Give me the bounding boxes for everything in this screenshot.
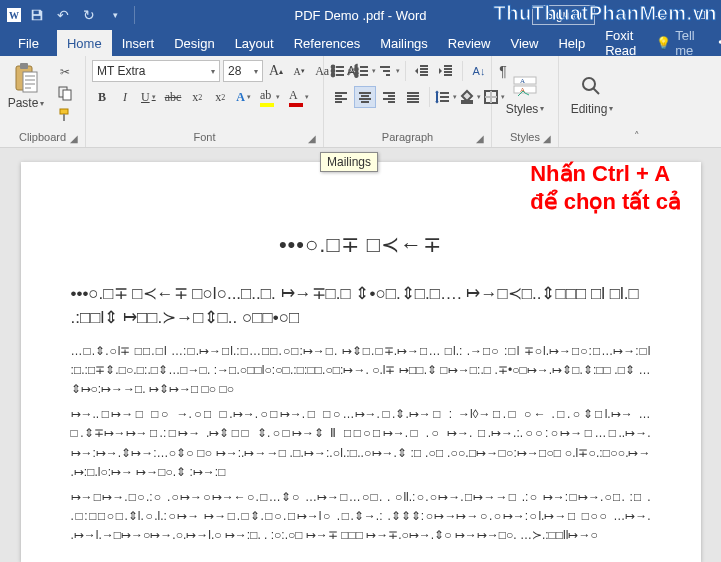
tell-me-search[interactable]: 💡Tell me bbox=[646, 30, 705, 56]
body-paragraph: ↦→..□↦→□ □○ →.○□ □.↦→.○□↦→.□ □○…↦→.□.⇕.↦… bbox=[71, 405, 651, 482]
underline-button[interactable]: U▾ bbox=[138, 86, 159, 108]
svg-rect-14 bbox=[63, 114, 65, 121]
numbering-button[interactable]: 123▾ bbox=[354, 60, 376, 82]
grow-font-button[interactable]: A▴ bbox=[266, 60, 286, 82]
tab-references[interactable]: References bbox=[284, 30, 370, 56]
paste-button[interactable]: Paste▾ bbox=[6, 60, 46, 129]
font-size-combo[interactable]: 28▾ bbox=[223, 60, 263, 82]
document-body: …□.⇕.○l∓ □□.□l …:□.↦→□l.:□…□□.○□:↦→□. ↦⇕… bbox=[71, 342, 651, 562]
tab-help[interactable]: Help bbox=[548, 30, 595, 56]
copy-button[interactable] bbox=[54, 84, 76, 104]
word-app-icon: W bbox=[6, 7, 22, 23]
font-color-icon: A bbox=[289, 88, 303, 107]
body-paragraph: ↦→□↦→.□○.:○ .○↦→○↦→←○.□…⇕○ …↦→□…○□. . ○l… bbox=[71, 488, 651, 546]
font-launcher-icon[interactable]: ◢ bbox=[305, 131, 319, 145]
qat-separator bbox=[134, 6, 135, 24]
find-icon bbox=[579, 74, 605, 100]
text-effects-button[interactable]: A▾ bbox=[233, 86, 254, 108]
tab-view[interactable]: View bbox=[500, 30, 548, 56]
svg-rect-13 bbox=[60, 109, 68, 114]
tab-design[interactable]: Design bbox=[164, 30, 224, 56]
share-icon bbox=[717, 35, 721, 52]
svg-rect-4 bbox=[34, 16, 41, 20]
svg-rect-9 bbox=[20, 63, 28, 69]
group-styles: AA Styles▾ Styles ◢ bbox=[492, 56, 559, 147]
highlight-button[interactable]: ab▾ bbox=[257, 86, 283, 108]
svg-point-16 bbox=[332, 70, 335, 73]
line-spacing-button[interactable]: ▾ bbox=[435, 86, 457, 108]
highlight-icon: ab bbox=[260, 88, 274, 107]
share-button[interactable]: Share bbox=[705, 30, 721, 56]
sort-button[interactable]: A↓ bbox=[468, 60, 490, 82]
bullets-button[interactable]: ▾ bbox=[330, 60, 352, 82]
group-editing: Editing▾ bbox=[559, 56, 625, 147]
bold-button[interactable]: B bbox=[92, 86, 112, 108]
format-painter-button[interactable] bbox=[54, 106, 76, 126]
collapse-ribbon-icon[interactable]: ˄ bbox=[625, 56, 649, 147]
lightbulb-icon: 💡 bbox=[656, 36, 671, 50]
svg-rect-12 bbox=[63, 90, 71, 100]
svg-text:A: A bbox=[520, 77, 525, 85]
clipboard-launcher-icon[interactable]: ◢ bbox=[67, 131, 81, 145]
increase-indent-button[interactable] bbox=[435, 60, 457, 82]
page[interactable]: •••○.□∓ □≺←∓ •••○.□∓ □≺←∓ □○l○...□..□. ↦… bbox=[21, 162, 701, 562]
group-paragraph: ▾ 123▾ ▾ A↓ ¶ ▾ ▾ ▾ Paragr bbox=[324, 56, 492, 147]
mailings-tooltip: Mailings bbox=[320, 152, 378, 172]
group-label-font: Font ◢ bbox=[92, 129, 317, 145]
text-effects-icon: A bbox=[236, 90, 245, 105]
cut-button[interactable]: ✂ bbox=[54, 62, 76, 82]
paste-icon bbox=[12, 62, 40, 96]
svg-point-15 bbox=[332, 66, 335, 69]
bucket-icon bbox=[459, 88, 475, 107]
scissors-icon: ✂ bbox=[60, 65, 70, 79]
tab-home[interactable]: Home bbox=[57, 30, 112, 56]
align-right-button[interactable] bbox=[378, 86, 400, 108]
align-left-button[interactable] bbox=[330, 86, 352, 108]
group-label-editing bbox=[565, 129, 619, 145]
svg-text:W: W bbox=[9, 10, 19, 21]
group-label-paragraph: Paragraph ◢ bbox=[330, 129, 485, 145]
tab-file[interactable]: File bbox=[0, 30, 57, 56]
styles-icon: AA bbox=[512, 74, 538, 100]
svg-rect-10 bbox=[23, 72, 37, 92]
undo-icon[interactable]: ↶ bbox=[52, 4, 74, 26]
svg-text:3: 3 bbox=[355, 72, 358, 78]
decrease-indent-button[interactable] bbox=[411, 60, 433, 82]
paragraph-launcher-icon[interactable]: ◢ bbox=[473, 131, 487, 145]
align-center-button[interactable] bbox=[354, 86, 376, 108]
instruction-annotation: Nhấn Ctrl + A để chọn tất cả bbox=[530, 160, 681, 215]
font-name-combo[interactable]: MT Extra▾ bbox=[92, 60, 220, 82]
document-title: PDF Demo .pdf - Word bbox=[295, 8, 427, 23]
redo-icon[interactable]: ↻ bbox=[78, 4, 100, 26]
group-font: MT Extra▾ 28▾ A▴ A▾ Aa▾ A̷ B I U▾ abc x2… bbox=[86, 56, 324, 147]
group-label-clipboard: Clipboard ◢ bbox=[6, 129, 79, 145]
quick-access-toolbar: W ↶ ↻ ▾ bbox=[0, 4, 139, 26]
strikethrough-button[interactable]: abc bbox=[162, 86, 185, 108]
save-icon[interactable] bbox=[26, 4, 48, 26]
multilevel-list-button[interactable]: ▾ bbox=[378, 60, 400, 82]
site-watermark: ThuThuatPhanMem.vn bbox=[494, 2, 717, 25]
tab-insert[interactable]: Insert bbox=[112, 30, 165, 56]
subscript-button[interactable]: x2 bbox=[187, 86, 207, 108]
ribbon: Paste▾ ✂ Clipboard ◢ MT Extra▾ 28▾ A▴ bbox=[0, 56, 721, 148]
tab-review[interactable]: Review bbox=[438, 30, 501, 56]
tab-mailings[interactable]: Mailings bbox=[370, 30, 438, 56]
ribbon-tabs: File Home Insert Design Layout Reference… bbox=[0, 30, 721, 56]
sort-icon: A↓ bbox=[473, 65, 486, 77]
styles-launcher-icon[interactable]: ◢ bbox=[540, 131, 554, 145]
tab-foxit[interactable]: Foxit Read bbox=[595, 30, 646, 56]
paintbrush-icon bbox=[57, 107, 73, 126]
svg-point-17 bbox=[332, 74, 335, 77]
shading-button[interactable]: ▾ bbox=[459, 86, 481, 108]
superscript-button[interactable]: x2 bbox=[210, 86, 230, 108]
justify-button[interactable] bbox=[402, 86, 424, 108]
svg-rect-3 bbox=[34, 11, 39, 15]
font-color-button[interactable]: A▾ bbox=[286, 86, 312, 108]
qat-customize-icon[interactable]: ▾ bbox=[104, 4, 126, 26]
shrink-font-button[interactable]: A▾ bbox=[289, 60, 309, 82]
italic-button[interactable]: I bbox=[115, 86, 135, 108]
tab-layout[interactable]: Layout bbox=[225, 30, 284, 56]
editing-button[interactable]: Editing▾ bbox=[565, 74, 619, 116]
document-heading: •••○.□∓ □≺←∓ bbox=[71, 232, 651, 258]
styles-button[interactable]: AA Styles▾ bbox=[498, 74, 552, 116]
